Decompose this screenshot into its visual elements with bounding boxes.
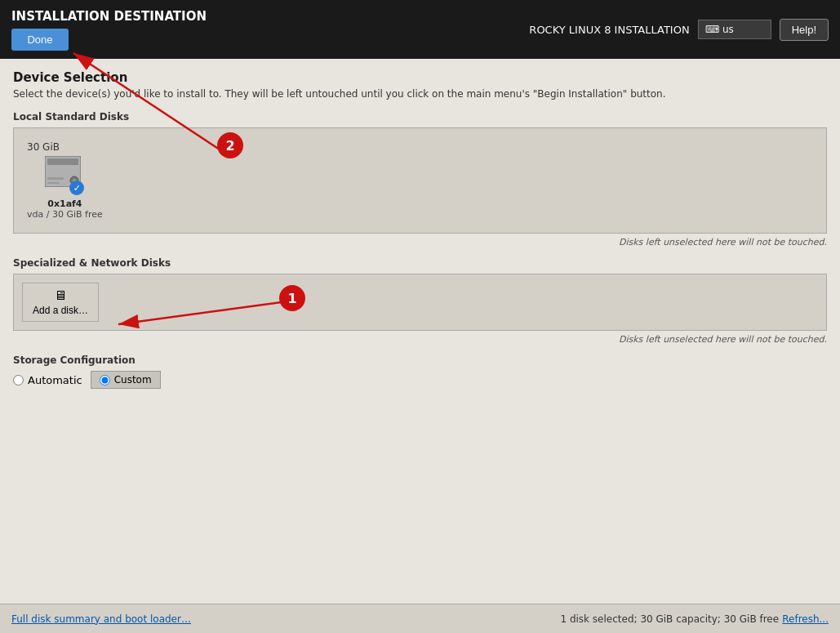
automatic-radio-option[interactable]: Automatic (13, 374, 82, 386)
section-description: Select the device(s) you'd like to insta… (13, 88, 827, 100)
section-title: Device Selection (13, 70, 827, 85)
header-right: ROCKY LINUX 8 INSTALLATION ⌨ us Help! (529, 19, 829, 41)
local-disks-area: 30 GiB ✓ 0x1af4 vda / 30 GiB free (13, 127, 827, 234)
custom-radio[interactable] (100, 375, 110, 386)
specialized-disks-label: Specialized & Network Disks (13, 257, 827, 269)
specialized-disks-note: Disks left unselected here will not be t… (13, 334, 827, 345)
header-left: INSTALLATION DESTINATION Done (11, 9, 207, 51)
full-disk-summary-link[interactable]: Full disk summary and boot loader… (11, 613, 191, 625)
help-button[interactable]: Help! (780, 19, 829, 41)
add-disk-button[interactable]: 🖥 Add a disk… (22, 283, 99, 322)
disk-status-text: 1 disk selected; 30 GiB capacity; 30 GiB… (560, 613, 779, 625)
custom-label: Custom (114, 374, 152, 386)
keyboard-icon: ⌨ (705, 24, 719, 35)
keyboard-layout-value: us (722, 24, 734, 35)
automatic-label: Automatic (28, 374, 82, 386)
svg-rect-1 (47, 158, 78, 165)
storage-config-label: Storage Configuration (13, 354, 827, 366)
svg-rect-5 (47, 182, 60, 184)
selected-check-badge: ✓ (69, 181, 84, 195)
storage-config-radio-group: Automatic Custom (13, 371, 827, 389)
disk-free: vda / 30 GiB free (27, 209, 103, 220)
footer-status-area: 1 disk selected; 30 GiB capacity; 30 GiB… (560, 613, 829, 625)
custom-radio-option[interactable]: Custom (91, 371, 161, 389)
done-button[interactable]: Done (11, 29, 69, 51)
storage-config-section: Storage Configuration Automatic Custom (13, 354, 827, 389)
specialized-disks-area: 🖥 Add a disk… (13, 274, 827, 331)
disk-item[interactable]: 30 GiB ✓ 0x1af4 vda / 30 GiB free (22, 136, 108, 225)
refresh-link[interactable]: Refresh... (782, 613, 829, 625)
local-disks-note: Disks left unselected here will not be t… (13, 237, 827, 247)
disk-icon-wrapper: ✓ (45, 156, 84, 195)
keyboard-layout-selector[interactable]: ⌨ us (698, 20, 771, 39)
svg-rect-4 (47, 177, 64, 180)
add-disk-label: Add a disk… (33, 305, 88, 316)
main-content: Device Selection Select the device(s) yo… (0, 59, 840, 604)
automatic-radio[interactable] (13, 375, 24, 386)
distro-title: ROCKY LINUX 8 INSTALLATION (529, 24, 689, 36)
local-disks-label: Local Standard Disks (13, 111, 827, 123)
footer: Full disk summary and boot loader… 1 dis… (0, 604, 840, 633)
disk-id: 0x1af4 (47, 198, 82, 209)
disk-capacity: 30 GiB (27, 141, 60, 153)
app-title: INSTALLATION DESTINATION (11, 9, 207, 24)
add-disk-icon: 🖥 (54, 288, 67, 303)
header: INSTALLATION DESTINATION Done ROCKY LINU… (0, 0, 840, 59)
